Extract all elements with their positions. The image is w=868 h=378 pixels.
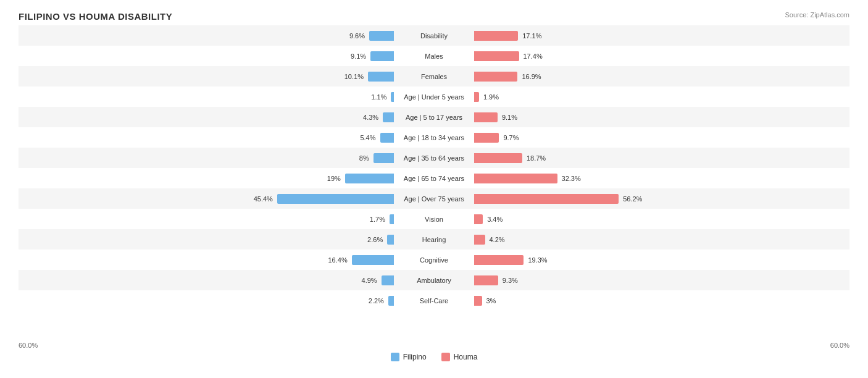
- bar-houma: 9.1%: [474, 112, 498, 122]
- bar-houma: 9.3%: [474, 275, 498, 285]
- val-filipino: 4.3%: [363, 114, 380, 121]
- bar-houma: 32.3%: [474, 174, 557, 183]
- val-houma: 9.1%: [500, 114, 517, 121]
- bar-filipino: 5.4%: [380, 133, 394, 143]
- val-houma: 32.3%: [560, 175, 581, 182]
- val-houma: 16.9%: [520, 73, 541, 80]
- val-filipino: 2.6%: [367, 236, 385, 243]
- legend-filipino: Filipino: [391, 353, 427, 361]
- table-row: 4.3% Age | 5 to 17 years 9.1%: [19, 107, 849, 127]
- chart-container: FILIPINO VS HOUMA DISABILITY Source: Zip…: [0, 0, 868, 378]
- table-row: 1.7% Vision 3.4%: [19, 209, 849, 229]
- bar-houma: 17.4%: [474, 51, 519, 61]
- bar-label: Cognitive: [394, 256, 474, 264]
- val-filipino: 9.1%: [351, 52, 368, 60]
- val-filipino: 8%: [359, 154, 371, 162]
- val-filipino: 2.2%: [369, 297, 386, 304]
- bar-label: Age | 35 to 64 years: [394, 154, 474, 162]
- chart-title: FILIPINO VS HOUMA DISABILITY: [19, 11, 849, 22]
- legend-houma: Houma: [441, 353, 478, 361]
- bar-filipino: 16.4%: [352, 255, 394, 265]
- bar-filipino: 19%: [345, 174, 394, 183]
- val-filipino: 9.6%: [349, 32, 367, 40]
- filipino-color-box: [391, 353, 399, 361]
- bar-filipino: 9.1%: [370, 51, 394, 61]
- val-houma: 9.7%: [501, 134, 519, 141]
- bar-label: Age | Over 75 years: [394, 195, 474, 203]
- bar-houma: 9.7%: [474, 133, 499, 143]
- table-row: 5.4% Age | 18 to 34 years 9.7%: [19, 127, 849, 148]
- val-filipino: 1.7%: [370, 216, 387, 223]
- bar-houma: 18.7%: [474, 153, 522, 163]
- val-filipino: 45.4%: [254, 195, 275, 203]
- val-filipino: 1.1%: [371, 93, 388, 101]
- bar-label: Age | 65 to 74 years: [394, 175, 474, 182]
- source-text: Source: ZipAtlas.com: [785, 11, 849, 19]
- filipino-label: Filipino: [403, 353, 427, 361]
- bar-houma: 1.9%: [474, 92, 479, 102]
- bar-label: Age | Under 5 years: [394, 93, 474, 101]
- val-houma: 17.1%: [520, 32, 541, 40]
- table-row: 45.4% Age | Over 75 years 56.2%: [19, 188, 849, 209]
- bar-label: Hearing: [394, 236, 474, 243]
- legend: Filipino Houma: [19, 353, 849, 361]
- table-row: 8% Age | 35 to 64 years 18.7%: [19, 148, 849, 168]
- table-row: 2.6% Hearing 4.2%: [19, 229, 849, 250]
- x-axis-right: 60.0%: [830, 342, 849, 349]
- val-filipino: 19%: [327, 175, 343, 182]
- table-row: 9.1% Males 17.4%: [19, 46, 849, 66]
- val-houma: 19.3%: [526, 256, 547, 264]
- bar-label: Males: [394, 52, 474, 60]
- val-houma: 17.4%: [522, 52, 543, 60]
- bar-houma: 3%: [474, 296, 482, 306]
- bar-label: Self-Care: [394, 297, 474, 304]
- val-filipino: 10.1%: [344, 73, 365, 80]
- bar-filipino: 45.4%: [277, 194, 394, 204]
- val-houma: 18.7%: [525, 154, 546, 162]
- table-row: 19% Age | 65 to 74 years 32.3%: [19, 168, 849, 188]
- bar-filipino: 9.6%: [369, 31, 394, 41]
- val-houma: 3.4%: [485, 216, 503, 223]
- bar-label: Females: [394, 73, 474, 80]
- bar-houma: 4.2%: [474, 235, 485, 245]
- bar-label: Age | 5 to 17 years: [394, 114, 474, 121]
- bar-label: Age | 18 to 34 years: [394, 134, 474, 141]
- val-houma: 56.2%: [621, 195, 642, 203]
- table-row: 4.9% Ambulatory 9.3%: [19, 270, 849, 290]
- bar-filipino: 1.7%: [390, 214, 394, 224]
- bar-filipino: 10.1%: [368, 72, 394, 82]
- bar-label: Vision: [394, 216, 474, 223]
- bar-filipino: 4.9%: [382, 275, 394, 285]
- bar-filipino: 8%: [373, 153, 394, 163]
- bar-filipino: 4.3%: [383, 112, 394, 122]
- bar-label: Disability: [394, 32, 474, 40]
- table-row: 2.2% Self-Care 3%: [19, 290, 849, 311]
- val-houma: 9.3%: [501, 277, 518, 284]
- val-houma: 4.2%: [488, 236, 505, 243]
- x-axis-labels: 60.0% 60.0%: [19, 342, 849, 349]
- chart-area: 9.6% Disability 17.1%: [19, 25, 849, 340]
- bar-houma: 3.4%: [474, 214, 483, 224]
- table-row: 9.6% Disability 17.1%: [19, 25, 849, 46]
- bar-filipino: 2.2%: [388, 296, 394, 306]
- bar-filipino: 2.6%: [387, 235, 394, 245]
- bar-houma: 17.1%: [474, 31, 518, 41]
- table-row: 10.1% Females 16.9%: [19, 66, 849, 86]
- val-houma: 3%: [485, 297, 496, 304]
- val-filipino: 4.9%: [362, 277, 379, 284]
- val-houma: 1.9%: [482, 93, 499, 101]
- table-row: 1.1% Age | Under 5 years 1.9%: [19, 86, 849, 107]
- bar-houma: 16.9%: [474, 72, 517, 82]
- bar-label: Ambulatory: [394, 277, 474, 284]
- val-filipino: 5.4%: [360, 134, 377, 141]
- houma-label: Houma: [454, 353, 478, 361]
- val-filipino: 16.4%: [328, 256, 349, 264]
- houma-color-box: [441, 353, 450, 361]
- x-axis-left: 60.0%: [19, 342, 38, 349]
- bar-houma: 19.3%: [474, 255, 524, 265]
- bar-houma: 56.2%: [474, 194, 619, 204]
- table-row: 16.4% Cognitive 19.3%: [19, 250, 849, 270]
